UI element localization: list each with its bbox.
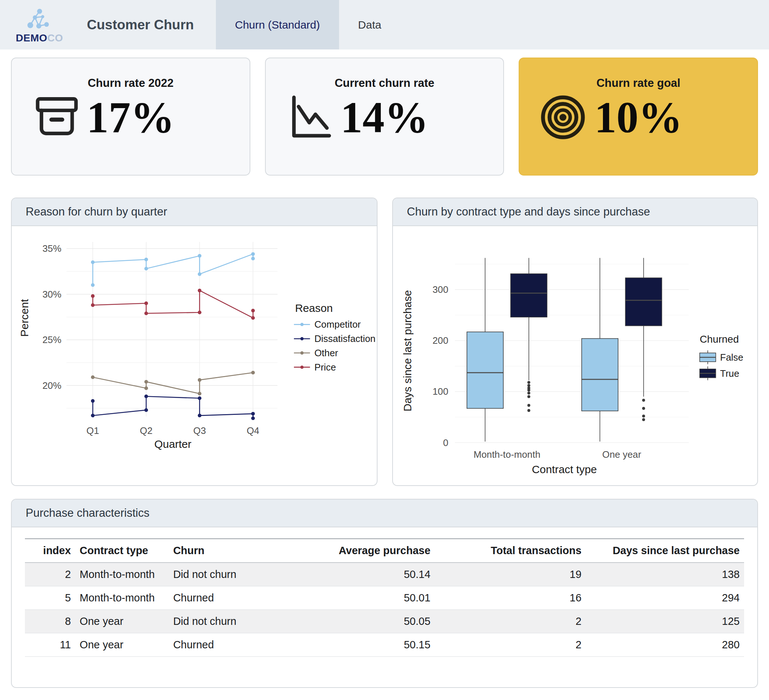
- svg-text:20%: 20%: [42, 380, 61, 391]
- column-header: index: [25, 539, 75, 563]
- svg-text:Q2: Q2: [140, 425, 153, 436]
- table-row: 5Month-to-monthChurned50.0116294: [25, 586, 744, 610]
- svg-text:Month-to-month: Month-to-month: [474, 449, 540, 460]
- panel-title: Churn by contract type and days since pu…: [393, 198, 757, 226]
- svg-text:False: False: [720, 352, 743, 362]
- table-cell: 138: [586, 563, 744, 586]
- target-icon: [540, 92, 589, 141]
- kpi-value: 10%: [595, 96, 682, 140]
- table-cell: One year: [75, 610, 169, 633]
- purchase-table: indexContract typeChurnAverage purchaseT…: [25, 538, 744, 657]
- svg-text:100: 100: [433, 386, 448, 397]
- table-cell: 294: [586, 586, 744, 610]
- panel-title: Purchase characteristics: [12, 499, 757, 527]
- column-header: Total transactions: [435, 539, 586, 563]
- churn-dashboard: { "brand": {"name_bold": "DEMO", "name_l…: [0, 0, 769, 700]
- table-cell: 8: [25, 610, 75, 633]
- kpi-title: Churn rate 2022: [88, 77, 174, 90]
- table-cell: 2: [435, 610, 586, 633]
- panel-churn-boxplot: Churn by contract type and days since pu…: [392, 198, 758, 486]
- svg-text:Dissatisfaction: Dissatisfaction: [314, 333, 376, 344]
- contract-boxplot-chart: 0100200300Month-to-monthOne yearContract…: [393, 226, 757, 486]
- table-cell: 50.15: [277, 633, 435, 657]
- svg-text:One year: One year: [602, 449, 642, 460]
- svg-text:Reason: Reason: [295, 302, 333, 314]
- top-bar: DEMOCO Customer Churn Churn (Standard) D…: [0, 0, 769, 50]
- table-cell: One year: [75, 633, 169, 657]
- svg-text:Q3: Q3: [193, 425, 206, 436]
- column-header: Churn: [169, 539, 277, 563]
- table-cell: 2: [435, 633, 586, 657]
- tab-data[interactable]: Data: [339, 0, 400, 50]
- table-cell: 50.14: [277, 563, 435, 586]
- reason-legend: ReasonCompetitorDissatisfactionOtherPric…: [294, 302, 376, 372]
- svg-text:Price: Price: [314, 362, 336, 372]
- svg-text:30%: 30%: [42, 289, 61, 299]
- table-cell: 50.01: [277, 586, 435, 610]
- svg-text:25%: 25%: [42, 335, 61, 345]
- table-cell: 50.05: [277, 610, 435, 633]
- table-cell: Month-to-month: [75, 563, 169, 586]
- svg-text:Churned: Churned: [700, 333, 739, 345]
- svg-text:Q4: Q4: [247, 425, 259, 436]
- kpi-card-churn-rate-goal: Churn rate goal 10%: [519, 58, 758, 175]
- table-cell: Churned: [169, 633, 277, 657]
- svg-text:Quarter: Quarter: [154, 438, 191, 450]
- panel-title: Reason for churn by quarter: [12, 198, 377, 226]
- svg-text:Q1: Q1: [87, 425, 99, 436]
- kpi-row: Churn rate 2022 17% Current churn rate 1…: [11, 58, 758, 175]
- svg-text:0: 0: [443, 438, 448, 448]
- brand-logo: DEMOCO: [0, 0, 79, 50]
- table-row: 8One yearDid not churn50.052125: [25, 610, 744, 633]
- table-cell: 125: [586, 610, 744, 633]
- table-cell: 19: [435, 563, 586, 586]
- declining-chart-icon: [286, 92, 335, 141]
- churned-legend: ChurnedFalseTrue: [700, 333, 743, 380]
- table-row: 2Month-to-monthDid not churn50.1419138: [25, 563, 744, 586]
- table-cell: 16: [435, 586, 586, 610]
- table-cell: Churned: [169, 586, 277, 610]
- kpi-title: Current churn rate: [335, 77, 434, 90]
- svg-text:Competitor: Competitor: [314, 319, 361, 330]
- svg-text:300: 300: [433, 285, 448, 294]
- svg-text:200: 200: [433, 335, 448, 346]
- kpi-card-churn-rate-2022: Churn rate 2022 17%: [11, 58, 250, 175]
- charts-row: Reason for churn by quarter 35%30%25%20%…: [11, 198, 758, 486]
- svg-text:True: True: [720, 369, 739, 378]
- tab-bar: Churn (Standard) Data: [216, 0, 400, 50]
- kpi-card-current-churn-rate: Current churn rate 14%: [265, 58, 504, 175]
- panel-purchase-characteristics: Purchase characteristics indexContract t…: [11, 499, 758, 688]
- table-header-row: indexContract typeChurnAverage purchaseT…: [25, 539, 744, 563]
- table-cell: 280: [586, 633, 744, 657]
- table-row: 11One yearChurned50.152280: [25, 633, 744, 657]
- svg-text:Other: Other: [314, 348, 338, 358]
- column-header: Contract type: [75, 539, 169, 563]
- table-cell: 11: [25, 633, 75, 657]
- molecule-logo-icon: [26, 8, 53, 32]
- svg-text:Contract type: Contract type: [532, 463, 597, 475]
- svg-text:Days since last purchase: Days since last purchase: [401, 290, 413, 411]
- panel-reason-for-churn: Reason for churn by quarter 35%30%25%20%…: [11, 198, 378, 486]
- table-cell: Did not churn: [169, 610, 277, 633]
- table-cell: Month-to-month: [75, 586, 169, 610]
- column-header: Average purchase: [277, 539, 435, 563]
- reason-line-chart: 35%30%25%20%Q1Q2Q3Q4QuarterPercentReason…: [12, 226, 377, 486]
- kpi-title: Churn rate goal: [596, 77, 680, 90]
- table-cell: Did not churn: [169, 563, 277, 586]
- brand-name: DEMOCO: [16, 32, 63, 44]
- column-header: Days since last purchase: [586, 539, 744, 563]
- archive-box-icon: [32, 92, 81, 141]
- page-title: Customer Churn: [87, 17, 216, 33]
- table-cell: 2: [25, 563, 75, 586]
- table-cell: 5: [25, 586, 75, 610]
- svg-text:35%: 35%: [42, 243, 61, 254]
- tab-churn-standard[interactable]: Churn (Standard): [216, 0, 339, 50]
- kpi-value: 14%: [341, 96, 428, 140]
- kpi-value: 17%: [87, 96, 174, 140]
- svg-text:Percent: Percent: [18, 299, 31, 337]
- purchase-table-wrap: indexContract typeChurnAverage purchaseT…: [12, 527, 757, 657]
